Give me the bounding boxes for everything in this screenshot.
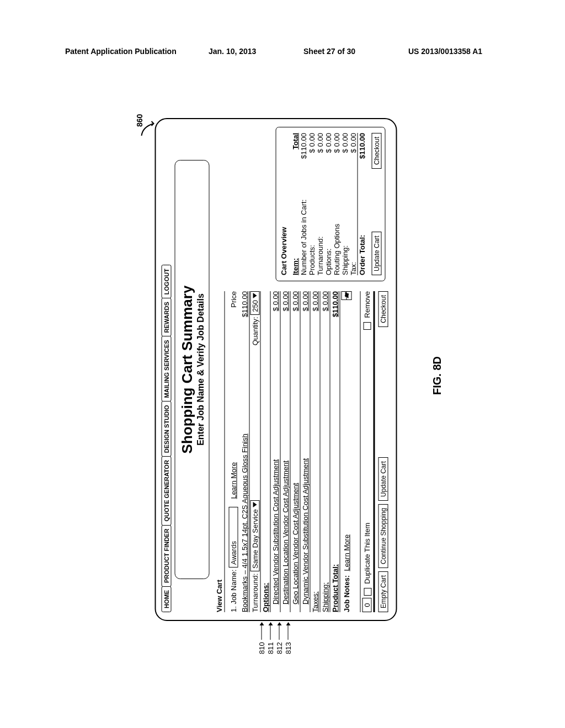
page-subtitle: Enter Job Name & Verify Job Details: [196, 205, 206, 534]
quantity-select[interactable]: 250: [250, 291, 260, 315]
duplicate-count-input[interactable]: 0: [363, 598, 372, 612]
nav-product-finder[interactable]: PRODUCT FINDER: [162, 525, 172, 587]
learn-more-link[interactable]: Learn More: [230, 462, 238, 499]
view-cart-heading: View Cart: [215, 291, 225, 612]
job-notes-label: Job Notes:: [343, 575, 351, 612]
product-total-price: $110.00: [331, 291, 339, 317]
remove-label: Remove: [363, 291, 371, 318]
overview-item-hdr: Item:: [291, 258, 300, 275]
nav-rewards[interactable]: REWARDS: [162, 298, 172, 336]
update-cart-button[interactable]: Update Cart: [379, 457, 388, 501]
figure-label: FIG. 8D: [431, 356, 444, 395]
ov-row-value: $ 0.00: [308, 133, 316, 153]
chevron-down-icon: [253, 502, 257, 507]
job-name-input[interactable]: Awards: [229, 507, 238, 568]
order-total-value: $110.00: [358, 133, 366, 159]
ov-row-value: $ 0.00: [349, 133, 358, 153]
remove-checkbox[interactable]: [364, 322, 371, 330]
app-window: HOME PRODUCT FINDER QUOTE GENERATOR DESI…: [155, 118, 397, 621]
job-notes-learn-more[interactable]: Learn More: [343, 534, 351, 571]
ov-row-value: $ 0.00: [324, 133, 333, 153]
overview-update-cart-button[interactable]: Update Cart: [372, 232, 382, 275]
ov-row-label: Products:: [308, 245, 316, 275]
notes-scroll[interactable]: [342, 291, 352, 300]
nav-quote-generator[interactable]: QUOTE GENERATOR: [162, 456, 172, 525]
pub-number: US 2013/0013358 A1: [408, 47, 482, 56]
order-total-label: Order Total:: [358, 235, 366, 275]
sheet-num: Sheet 27 of 30: [303, 47, 355, 56]
page-title: Shopping Cart Summary: [179, 205, 196, 534]
empty-cart-button[interactable]: Empty Cart: [379, 571, 388, 612]
title-block: Shopping Cart Summary Enter Job Name & V…: [175, 160, 210, 579]
overview-title: Cart Overview: [280, 133, 288, 275]
ov-row-label: Shipping:: [341, 245, 349, 275]
overview-checkout-button[interactable]: Checkout: [372, 133, 382, 169]
top-nav: HOME PRODUCT FINDER QUOTE GENERATOR DESI…: [162, 127, 172, 612]
duplicate-checkbox[interactable]: [364, 588, 371, 596]
option-row: Dynamic Vendor Substitution Cost Adjustm…: [301, 458, 310, 612]
bookmarks-price: $110.00: [241, 291, 249, 317]
options-header: Options:: [262, 583, 270, 612]
quantity-label: Quantity:: [251, 317, 259, 345]
overview-total-hdr: Total: [291, 133, 300, 149]
price-header: Price: [230, 291, 238, 308]
ov-row-label: Turnaround:: [316, 237, 324, 275]
taxes-price: $ 0.00: [311, 291, 319, 311]
option-price: $ 0.00: [281, 291, 290, 311]
shipping-price: $ 0.00: [321, 291, 329, 311]
ov-row-label: Routing Options: [333, 224, 341, 275]
chevron-down-icon: [345, 292, 353, 298]
nav-home[interactable]: HOME: [162, 586, 172, 612]
ov-row-label: Number of Jobs in Cart:: [300, 200, 308, 275]
option-price: $ 0.00: [301, 291, 310, 311]
pub-date: Jan. 10, 2013: [209, 47, 256, 56]
option-price: $ 0.00: [291, 291, 300, 311]
product-total-label: Product Total:: [331, 564, 339, 612]
option-row: Directed Vendor Substitution Cost Adjust…: [271, 459, 280, 612]
nav-logout[interactable]: LOGOUT: [162, 265, 172, 298]
checkout-button[interactable]: Checkout: [379, 291, 388, 327]
taxes-label: Taxes:: [311, 591, 319, 612]
bookmarks-line[interactable]: Bookmarks – 4/4 1.5x7 14pt. C2S Aqueous …: [241, 433, 249, 612]
option-row: Destination Location Vendor Cost Adjustm…: [281, 461, 290, 612]
chevron-down-icon: [253, 293, 257, 298]
nav-design-studio[interactable]: DESIGN STUDIO: [162, 401, 172, 457]
nav-mailing-services[interactable]: MAILING SERVICES: [162, 336, 172, 402]
duplicate-label: Duplicate This Item: [363, 523, 371, 584]
turnaround-label: Turnaround:: [251, 574, 259, 612]
pub-type: Patent Application Publication: [65, 47, 177, 56]
ov-row-label: Tax:: [349, 262, 358, 275]
ov-row-value: $ 0.00: [316, 133, 324, 153]
shipping-label: Shipping:: [321, 582, 329, 612]
continue-shopping-button[interactable]: Continue Shopping: [379, 504, 388, 568]
option-row: Geo Location Vendor Cost Adjustment: [291, 483, 300, 612]
ov-row-value: $ 0.00: [341, 133, 349, 153]
job-name-label: 1. Job Name:: [230, 570, 238, 612]
ov-row-value: $ 0.00: [333, 133, 341, 153]
cart-overview: Cart Overview Item: Total Number of Jobs…: [276, 127, 386, 281]
turnaround-select[interactable]: Same Day Service: [250, 500, 260, 571]
leader-arc-icon: [141, 120, 157, 137]
option-price: $ 0.00: [271, 291, 280, 311]
ov-row-value: $110.00: [300, 133, 308, 159]
ov-row-label: Options:: [324, 249, 333, 275]
